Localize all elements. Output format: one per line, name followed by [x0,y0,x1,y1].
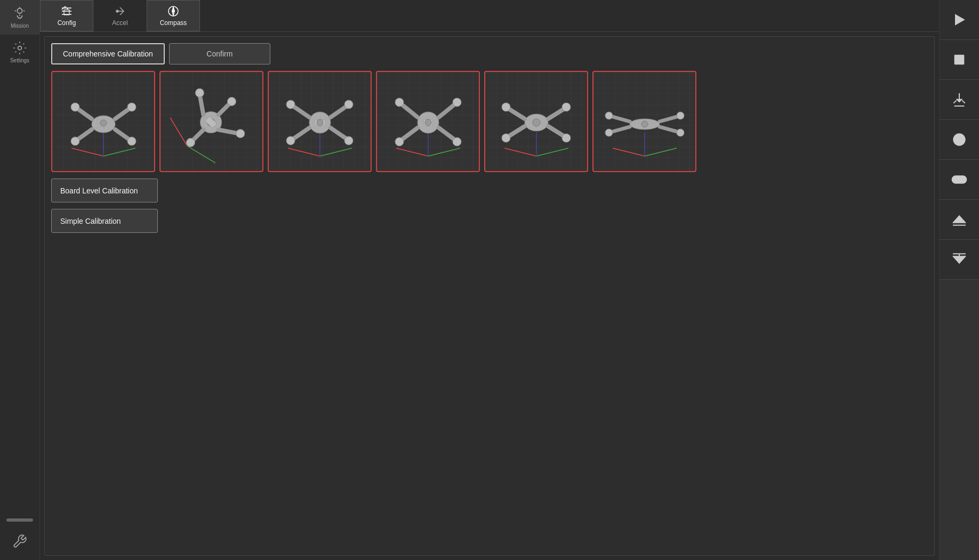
compass-tab-label: Compass [160,19,187,27]
play-icon [951,11,968,28]
settings-icon [12,40,27,55]
svg-point-29 [234,127,246,140]
simple-calibration-row: Simple Calibration [51,209,928,233]
tab-config[interactable]: Config [40,0,93,31]
drone-card-4 [376,71,480,172]
config-tab-label: Config [58,19,76,27]
play-button[interactable] [940,0,980,40]
mission-icon [12,6,27,21]
precision-button[interactable] [940,120,980,160]
left-sidebar: Mission Settings [0,0,40,560]
accel-tab-icon [114,5,126,18]
drone-card-1 [51,71,155,172]
grid-bg-4 [377,72,479,171]
grid-bg-6 [593,72,695,171]
content-panel: Comprehensive Calibration Confirm [44,36,935,556]
svg-point-1 [18,46,22,50]
drone-orientation-grid [51,71,928,172]
sidebar-item-mission[interactable]: Mission [0,0,40,35]
calibration-button-row: Comprehensive Calibration Confirm [51,43,928,64]
drone-card-2 [159,71,263,172]
grid-bg-5 [485,72,587,171]
sidebar-bottom [0,518,40,560]
svg-rect-89 [954,55,965,65]
approach-icon [951,211,968,228]
svg-point-3 [116,10,118,12]
svg-point-91 [957,137,961,142]
confirm-button[interactable]: Confirm [169,43,270,64]
svg-point-93 [961,178,962,180]
takeoff-icon [951,251,968,268]
svg-point-94 [962,180,964,181]
target-icon [951,131,968,148]
controller-icon [951,171,968,188]
approach-button[interactable] [940,200,980,240]
simple-calibration-button[interactable]: Simple Calibration [51,209,158,233]
config-tab-icon [60,5,73,18]
land-icon [951,91,968,108]
board-level-row: Board Level Calibration [51,178,928,202]
wrench-icon [12,534,27,549]
drone-card-5 [484,71,588,172]
drone-card-6 [592,71,696,172]
compass-tab-icon [167,5,180,18]
svg-marker-6 [172,11,174,15]
svg-marker-5 [172,7,174,11]
grid-bg-1 [52,72,154,171]
board-level-calibration-button[interactable]: Board Level Calibration [51,178,158,202]
tab-compass[interactable]: Compass [147,0,200,31]
sidebar-item-tools[interactable] [0,528,40,555]
right-sidebar [939,0,979,560]
top-tabs: Config Accel Compass [40,0,939,32]
svg-point-28 [194,87,206,99]
svg-point-0 [17,9,22,13]
settings-label: Settings [10,58,29,63]
sidebar-progress-bar [6,518,33,522]
land-button[interactable] [940,80,980,120]
takeoff-button[interactable] [940,240,980,280]
controller-button[interactable] [940,160,980,200]
comprehensive-calibration-button[interactable]: Comprehensive Calibration [51,43,165,64]
mission-label: Mission [11,23,29,29]
sidebar-item-settings[interactable]: Settings [0,35,40,69]
tab-accel[interactable]: Accel [93,0,147,31]
svg-marker-88 [955,14,965,25]
accel-tab-label: Accel [112,19,127,27]
main-area: Config Accel Compass Comprehensive Calib… [40,0,939,560]
stop-button[interactable] [940,40,980,80]
grid-bg-3 [269,72,371,171]
drone-card-3 [268,71,372,172]
svg-rect-92 [952,176,967,183]
stop-icon [951,51,968,68]
